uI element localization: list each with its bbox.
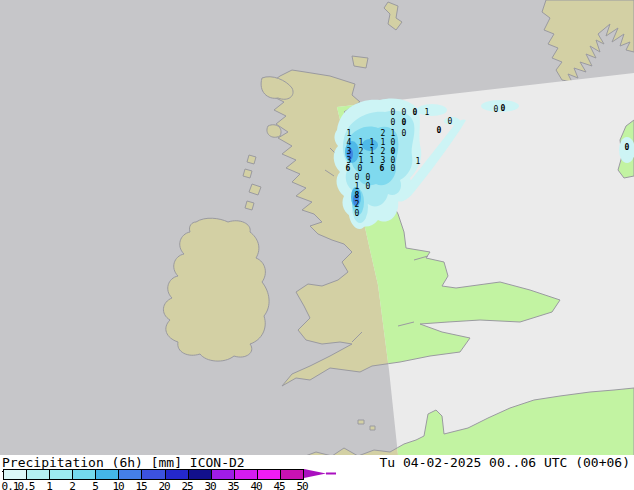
colorbar-tick-label: 40 bbox=[250, 480, 261, 490]
colorbar-tick-label: 25 bbox=[181, 480, 192, 490]
precip-value-marker: 2 bbox=[359, 147, 364, 156]
precip-value-marker: 1 bbox=[370, 147, 375, 156]
colorbar-cell bbox=[95, 470, 118, 479]
colorbar-tick-label: 35 bbox=[227, 480, 238, 490]
colorbar-cell bbox=[280, 470, 303, 479]
precip-value-marker: 0 bbox=[413, 108, 418, 117]
colorbar-cell bbox=[72, 470, 95, 479]
colorbar-tick-label: 45 bbox=[273, 480, 284, 490]
colorbar-cell bbox=[234, 470, 257, 479]
precip-value-marker: 8 bbox=[355, 191, 360, 200]
precip-value-marker: 1 bbox=[347, 129, 352, 138]
precip-value-marker: 0 bbox=[391, 108, 396, 117]
precip-value-marker: 1 bbox=[416, 157, 421, 166]
colorbar-overflow-arrow bbox=[304, 468, 338, 480]
precip-value-marker: 0 bbox=[494, 105, 499, 114]
precip-patch bbox=[417, 104, 447, 116]
colorbar-tick-label: 5 bbox=[92, 480, 98, 490]
precip-value-marker: 1 bbox=[370, 138, 375, 147]
precip-value-marker: 0 bbox=[358, 164, 363, 173]
colorbar-tick-label: 20 bbox=[158, 480, 169, 490]
precip-value-marker: 0 bbox=[391, 147, 396, 156]
colorbar-tick-label: 2 bbox=[69, 480, 75, 490]
colorbar-tick-label: 15 bbox=[135, 480, 146, 490]
valid-time-label: Tu 04-02-2025 00..06 UTC (00+06) bbox=[380, 455, 630, 470]
precipitation-map: 0001000000121041110321203113060600010820… bbox=[0, 0, 634, 490]
colorbar-cell bbox=[211, 470, 234, 479]
precip-value-marker: 2 bbox=[355, 200, 360, 209]
precip-value-marker: 1 bbox=[359, 138, 364, 147]
precip-value-marker: 0 bbox=[501, 104, 506, 113]
precip-value-marker: 0 bbox=[366, 182, 371, 191]
precip-value-marker: 0 bbox=[355, 173, 360, 182]
colorbar-tick-label: 1 bbox=[46, 480, 52, 490]
precip-value-marker: 0 bbox=[391, 164, 396, 173]
precip-value-marker: 0 bbox=[355, 209, 360, 218]
map-canvas: 0001000000121041110321203113060600010820… bbox=[0, 0, 634, 490]
legend-bar: Precipitation (6h) [mm] ICON-D2 Tu 04-02… bbox=[0, 455, 634, 490]
colorbar-cell bbox=[141, 470, 164, 479]
colorbar-cell bbox=[26, 470, 49, 479]
precip-value-marker: 0 bbox=[402, 129, 407, 138]
precip-value-marker: 1 bbox=[425, 108, 430, 117]
precip-value-marker: 4 bbox=[347, 138, 352, 147]
precip-value-marker: 1 bbox=[370, 156, 375, 165]
colorbar-tick-label: 10 bbox=[112, 480, 123, 490]
precip-value-marker: 1 bbox=[381, 138, 386, 147]
precip-value-marker: 0 bbox=[402, 118, 407, 127]
precip-value-marker: 1 bbox=[391, 129, 396, 138]
colorbar-cell bbox=[118, 470, 141, 479]
weather-map-app: 0001000000121041110321203113060600010820… bbox=[0, 0, 634, 490]
colorbar-cell bbox=[188, 470, 211, 479]
colorbar-cell bbox=[165, 470, 188, 479]
precipitation-colorbar bbox=[3, 469, 304, 480]
precip-value-marker: 0 bbox=[448, 117, 453, 126]
precip-value-marker: 2 bbox=[381, 129, 386, 138]
precip-value-marker: 0 bbox=[402, 108, 407, 117]
precip-value-marker: 2 bbox=[381, 147, 386, 156]
colorbar-tick-label: 0.1 bbox=[2, 480, 19, 490]
colorbar-tick-label: 50 bbox=[296, 480, 307, 490]
precip-value-marker: 0 bbox=[391, 118, 396, 127]
precip-value-marker: 6 bbox=[346, 164, 351, 173]
precip-value-marker: 1 bbox=[355, 182, 360, 191]
colorbar-cell bbox=[4, 470, 26, 479]
colorbar-tick-label: 0.5 bbox=[18, 480, 35, 490]
precip-value-marker: 0 bbox=[391, 138, 396, 147]
precip-value-marker: 0 bbox=[437, 126, 442, 135]
precip-value-marker: 6 bbox=[380, 164, 385, 173]
colorbar-cell bbox=[257, 470, 280, 479]
precip-value-marker: 0 bbox=[625, 143, 630, 152]
colorbar-tick-labels: 0.10.5125101520253035404550 bbox=[0, 480, 634, 490]
colorbar-cell bbox=[49, 470, 72, 479]
colorbar-tick-label: 30 bbox=[204, 480, 215, 490]
precip-value-marker: 3 bbox=[347, 147, 352, 156]
precip-value-marker: 0 bbox=[366, 173, 371, 182]
